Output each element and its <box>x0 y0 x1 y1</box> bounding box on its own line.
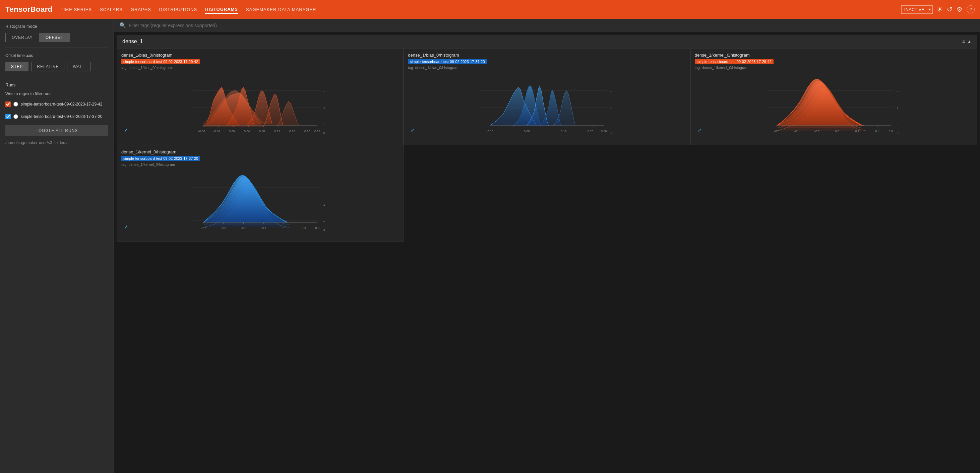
svg-text:3: 3 <box>897 131 898 135</box>
svg-text:-0.1: -0.1 <box>261 227 266 230</box>
histogram-svg-1: -0.08 -0.04 0.00 0.04 0.08 0.12 0.16 0.2… <box>121 74 399 141</box>
chart-card-3: dense_1/kernel_0/histogram simple-tensor… <box>690 48 977 145</box>
offset-axis-label: Offset time axis <box>5 53 108 58</box>
svg-text:1: 1 <box>897 106 898 110</box>
section-title: dense_1 <box>123 38 143 44</box>
brightness-icon[interactable]: ☀ <box>937 5 943 13</box>
nav-scalars[interactable]: SCALARS <box>100 6 123 13</box>
run1-checkbox[interactable] <box>5 102 11 107</box>
svg-text:-0.08: -0.08 <box>198 130 205 133</box>
step-button[interactable]: STEP <box>5 62 29 71</box>
chart-badge-2: simple-tensorboard-test-09-02-2023-17-37… <box>408 59 487 64</box>
svg-text:–: – <box>610 123 612 126</box>
divider-2 <box>5 77 108 77</box>
svg-text:-0.6: -0.6 <box>774 130 780 133</box>
svg-text:–: – <box>323 220 325 223</box>
svg-text:0.5: 0.5 <box>315 227 320 230</box>
svg-text:0.3: 0.3 <box>302 227 306 230</box>
section-count: 4 ▲ <box>962 39 972 44</box>
histogram-svg-4: -0.7 -0.5 -0.3 -0.1 0.1 0.3 0.5 – 1 – <box>121 170 399 238</box>
svg-text:0.10: 0.10 <box>561 130 567 133</box>
svg-text:0.00: 0.00 <box>524 130 530 133</box>
svg-text:1: 1 <box>323 203 325 206</box>
svg-text:–: – <box>323 123 325 126</box>
svg-text:0.12: 0.12 <box>274 130 280 133</box>
svg-text:–: – <box>323 89 325 93</box>
svg-text:-0.2: -0.2 <box>815 130 820 133</box>
svg-text:0.30: 0.30 <box>601 130 607 133</box>
relative-button[interactable]: RELATIVE <box>31 62 64 71</box>
chart-svg-3: -0.6 -0.4 -0.2 0.0 0.2 0.4 0.6 – 1 – <box>695 74 973 141</box>
run1-label: simple-tensorboard-test-09-02-2023-17-29… <box>21 102 102 107</box>
settings-icon[interactable]: ⚙ <box>956 5 963 13</box>
svg-text:1: 1 <box>323 106 325 110</box>
refresh-icon[interactable]: ↺ <box>947 5 953 13</box>
toggle-all-button[interactable]: TOGGLE ALL RUNS <box>5 125 108 137</box>
svg-text:-0.4: -0.4 <box>794 130 800 133</box>
header: TensorBoard TIME SERIES SCALARS GRAPHS D… <box>0 0 980 19</box>
nav: TIME SERIES SCALARS GRAPHS DISTRIBUTIONS… <box>60 5 317 14</box>
axis-buttons: STEP RELATIVE WALL <box>5 62 108 71</box>
svg-text:0.6: 0.6 <box>888 130 893 133</box>
chart-area-2: -0.10 0.00 0.10 0.20 0.30 – 1 – 3 <box>408 74 686 141</box>
nav-histograms[interactable]: HISTOGRAMS <box>205 5 238 14</box>
chart-area-4: -0.7 -0.5 -0.3 -0.1 0.1 0.3 0.5 – 1 – <box>121 170 399 238</box>
inactive-select[interactable]: INACTIVE <box>901 5 933 14</box>
search-input[interactable] <box>129 23 975 28</box>
run-item-2: simple-tensorboard-test-09-02-2023-17-37… <box>5 114 108 120</box>
chart-title-4: dense_1/kernel_0/histogram <box>121 149 399 154</box>
chart-tag-2: tag: dense_1/bias_0/histogram <box>408 66 686 70</box>
svg-text:3: 3 <box>323 131 325 135</box>
section-header: dense_1 4 ▲ <box>117 35 977 48</box>
nav-distributions[interactable]: DISTRIBUTIONS <box>159 6 197 13</box>
chevron-up-icon[interactable]: ▲ <box>967 39 972 44</box>
run2-checkbox[interactable] <box>5 114 11 119</box>
run2-radio[interactable] <box>13 114 18 119</box>
chart-badge-4: simple-tensorboard-test-09-02-2023-17-37… <box>121 156 200 161</box>
nav-graphs[interactable]: GRAPHS <box>131 6 151 13</box>
help-icon[interactable]: ? <box>967 5 975 13</box>
svg-text:0.04: 0.04 <box>244 130 250 133</box>
svg-text:0.1: 0.1 <box>282 227 286 230</box>
search-icon: 🔍 <box>119 22 126 29</box>
run1-radio[interactable] <box>13 102 18 106</box>
chart-title-2: dense_1/bias_0/histogram <box>408 52 686 58</box>
charts-grid: dense_1/bias_0/histogram simple-tensorbo… <box>117 48 977 242</box>
main-content: 🔍 dense_1 4 ▲ dense_1/bias_0/histogram s… <box>114 19 980 473</box>
svg-text:0.16: 0.16 <box>289 130 295 133</box>
svg-text:3: 3 <box>323 228 325 232</box>
overlay-button[interactable]: OVERLAY <box>5 33 39 42</box>
runs-label: Runs <box>5 83 108 87</box>
histogram-svg-3: -0.6 -0.4 -0.2 0.0 0.2 0.4 0.6 – 1 – <box>695 74 973 141</box>
expand-icon-4[interactable]: ⤢ <box>124 224 128 229</box>
chart-tag-4: tag: dense_1/kernel_0/histogram <box>121 162 399 167</box>
histogram-mode-buttons: OVERLAY OFFSET <box>5 33 108 42</box>
expand-icon-1[interactable]: ⤢ <box>124 127 128 133</box>
chart-area-1: -0.08 -0.04 0.00 0.04 0.08 0.12 0.16 0.2… <box>121 74 399 141</box>
svg-text:0.00: 0.00 <box>229 130 235 133</box>
svg-text:-0.10: -0.10 <box>487 130 494 133</box>
svg-text:-0.04: -0.04 <box>213 130 220 133</box>
nav-sagemaker[interactable]: SAGEMAKER DATA MANAGER <box>246 6 316 13</box>
svg-text:3: 3 <box>610 131 612 135</box>
chart-badge-1: simple-tensorboard-test-09-02-2023-17-29… <box>121 59 200 64</box>
chart-title-3: dense_1/kernel_0/histogram <box>695 52 973 58</box>
layout: Histogram mode OVERLAY OFFSET Offset tim… <box>0 19 980 473</box>
logo: TensorBoard <box>5 5 52 14</box>
offset-button[interactable]: OFFSET <box>39 33 70 42</box>
inactive-selector[interactable]: INACTIVE <box>901 5 933 14</box>
header-right: INACTIVE ☀ ↺ ⚙ ? <box>901 5 975 14</box>
svg-text:–: – <box>323 186 325 190</box>
chart-svg-1: -0.08 -0.04 0.00 0.04 0.08 0.12 0.16 0.2… <box>121 74 399 141</box>
histogram-mode-label: Histogram mode <box>5 24 108 29</box>
chart-svg-2: -0.10 0.00 0.10 0.20 0.30 – 1 – 3 <box>408 74 686 141</box>
run-item-1: simple-tensorboard-test-09-02-2023-17-29… <box>5 102 108 107</box>
expand-icon-2[interactable]: ⤢ <box>410 127 415 133</box>
expand-icon-3[interactable]: ⤢ <box>697 127 702 133</box>
svg-text:0.0: 0.0 <box>835 130 839 133</box>
folder-path: /home/sagemaker-user/s3_folders/ <box>5 140 108 145</box>
nav-time-series[interactable]: TIME SERIES <box>60 6 92 13</box>
section-dense1: dense_1 4 ▲ dense_1/bias_0/histogram sim… <box>117 35 977 242</box>
wall-button[interactable]: WALL <box>67 62 91 71</box>
chart-tag-1: tag: dense_1/bias_0/histogram <box>121 66 399 70</box>
